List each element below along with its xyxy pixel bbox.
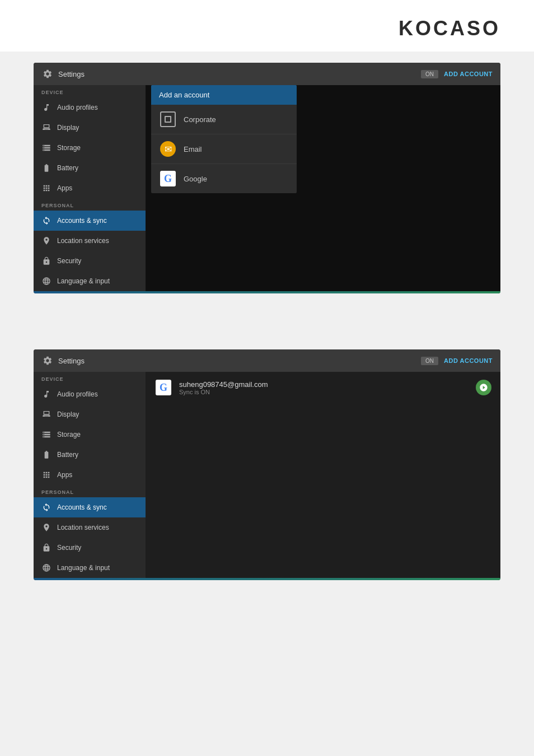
battery-label-1: Battery bbox=[57, 164, 78, 172]
header-right-2: ON ADD ACCOUNT bbox=[421, 357, 493, 365]
audio-profiles-label-2: Audio profiles bbox=[57, 390, 98, 398]
settings-panel-1: Settings ON ADD ACCOUNT DEVICE Audio pro… bbox=[34, 63, 500, 293]
personal-section-label-1: PERSONAL bbox=[34, 198, 146, 211]
language-input-icon-1 bbox=[41, 276, 51, 286]
sidebar-item-accounts-sync-2[interactable]: Accounts & sync bbox=[34, 497, 146, 517]
sidebar-item-language-input-1[interactable]: Language & input bbox=[34, 271, 146, 291]
sidebar-item-storage-1[interactable]: Storage bbox=[34, 138, 146, 158]
header-right: ON ADD ACCOUNT bbox=[421, 70, 493, 78]
settings-content-2: G suheng098745@gmail.com Sync is ON bbox=[146, 372, 500, 578]
display-icon-1 bbox=[41, 123, 51, 133]
apps-icon-1 bbox=[41, 183, 51, 193]
sidebar-item-apps-1[interactable]: Apps bbox=[34, 178, 146, 198]
sidebar-item-display-2[interactable]: Display bbox=[34, 404, 146, 424]
panels-wrapper: Settings ON ADD ACCOUNT DEVICE Audio pro… bbox=[34, 63, 500, 603]
settings-header-1: Settings ON ADD ACCOUNT bbox=[34, 63, 500, 85]
on-badge-2: ON bbox=[421, 357, 438, 365]
settings-sidebar-2: DEVICE Audio profiles Display bbox=[34, 372, 146, 578]
dropdown-item-google[interactable]: G Google bbox=[151, 164, 297, 193]
display-icon-2 bbox=[41, 409, 51, 419]
storage-icon-1 bbox=[41, 143, 51, 153]
settings-icon-2 bbox=[41, 354, 54, 367]
sidebar-item-display-1[interactable]: Display bbox=[34, 118, 146, 138]
google-label: Google bbox=[184, 175, 207, 183]
storage-label-1: Storage bbox=[57, 144, 81, 152]
location-services-label-2: Location services bbox=[57, 524, 109, 531]
language-input-label-2: Language & input bbox=[57, 564, 110, 572]
security-icon-1 bbox=[41, 256, 51, 266]
dropdown-item-corporate[interactable]: Corporate bbox=[151, 105, 297, 134]
location-services-label-1: Location services bbox=[57, 237, 109, 245]
audio-profiles-label-1: Audio profiles bbox=[57, 104, 98, 111]
settings-header-2: Settings ON ADD ACCOUNT bbox=[34, 349, 500, 372]
google-account-icon: G bbox=[154, 379, 172, 396]
sidebar-item-battery-1[interactable]: Battery bbox=[34, 158, 146, 178]
security-icon-2 bbox=[41, 543, 51, 553]
security-label-2: Security bbox=[57, 544, 81, 552]
personal-section-label-2: PERSONAL bbox=[34, 485, 146, 497]
google-account-email: suheng098745@gmail.com bbox=[179, 380, 469, 389]
google-account-row[interactable]: G suheng098745@gmail.com Sync is ON bbox=[146, 372, 500, 403]
security-label-1: Security bbox=[57, 257, 81, 265]
display-label-2: Display bbox=[57, 410, 79, 418]
google-sync-status-icon[interactable] bbox=[476, 380, 491, 395]
header-left-2: Settings bbox=[41, 354, 85, 367]
google-account-sync-status: Sync is ON bbox=[179, 389, 469, 395]
google-account-info: suheng098745@gmail.com Sync is ON bbox=[179, 380, 469, 395]
bottom-bar-1 bbox=[34, 291, 500, 293]
sidebar-item-location-services-2[interactable]: Location services bbox=[34, 517, 146, 538]
sidebar-item-language-input-2[interactable]: Language & input bbox=[34, 558, 146, 578]
header-left: Settings bbox=[41, 68, 85, 80]
language-input-icon-2 bbox=[41, 563, 51, 573]
sidebar-item-location-services-1[interactable]: Location services bbox=[34, 231, 146, 251]
display-label-1: Display bbox=[57, 124, 79, 132]
corporate-label: Corporate bbox=[184, 115, 216, 124]
accounts-sync-icon-2 bbox=[41, 502, 51, 512]
sidebar-item-battery-2[interactable]: Battery bbox=[34, 445, 146, 465]
sidebar-item-audio-profiles-2[interactable]: Audio profiles bbox=[34, 384, 146, 404]
bottom-bar-2 bbox=[34, 578, 500, 580]
accounts-sync-label-1: Accounts & sync bbox=[57, 217, 107, 225]
dropdown-item-email[interactable]: ✉ Email bbox=[151, 134, 297, 164]
email-label: Email bbox=[184, 145, 202, 153]
sidebar-item-accounts-sync-1[interactable]: Accounts & sync bbox=[34, 211, 146, 231]
add-account-dropdown: Add an account Corporate ✉ Email bbox=[151, 85, 297, 193]
apps-label-1: Apps bbox=[57, 184, 72, 192]
battery-icon-2 bbox=[41, 450, 51, 460]
apps-label-2: Apps bbox=[57, 471, 72, 479]
accounts-sync-label-2: Accounts & sync bbox=[57, 503, 107, 511]
location-services-icon-1 bbox=[41, 236, 51, 246]
google-icon: G bbox=[159, 170, 177, 188]
battery-icon-1 bbox=[41, 163, 51, 173]
settings-content-1: Add an account Corporate ✉ Email bbox=[146, 85, 500, 291]
settings-body-1: DEVICE Audio profiles Display bbox=[34, 85, 500, 291]
dropdown-header: Add an account bbox=[151, 85, 297, 105]
brand-logo: KOCASO bbox=[399, 17, 500, 40]
audio-profiles-icon-2 bbox=[41, 389, 51, 399]
settings-panel-2: Settings ON ADD ACCOUNT DEVICE Audio pro… bbox=[34, 349, 500, 580]
device-section-label-2: DEVICE bbox=[34, 372, 146, 384]
sidebar-item-storage-2[interactable]: Storage bbox=[34, 424, 146, 445]
add-account-button-1[interactable]: ADD ACCOUNT bbox=[444, 71, 493, 77]
language-input-label-1: Language & input bbox=[57, 277, 110, 285]
sidebar-item-apps-2[interactable]: Apps bbox=[34, 465, 146, 485]
settings-title-2: Settings bbox=[58, 357, 85, 365]
settings-sidebar-1: DEVICE Audio profiles Display bbox=[34, 85, 146, 291]
settings-body-2: DEVICE Audio profiles Display bbox=[34, 372, 500, 578]
page-content: Settings ON ADD ACCOUNT DEVICE Audio pro… bbox=[0, 52, 534, 625]
corporate-icon bbox=[159, 110, 177, 128]
sidebar-item-audio-profiles-1[interactable]: Audio profiles bbox=[34, 97, 146, 118]
location-services-icon-2 bbox=[41, 522, 51, 533]
add-account-button-2[interactable]: ADD ACCOUNT bbox=[444, 357, 493, 364]
email-icon: ✉ bbox=[159, 140, 177, 158]
device-section-label-1: DEVICE bbox=[34, 85, 146, 97]
storage-icon-2 bbox=[41, 430, 51, 440]
storage-label-2: Storage bbox=[57, 431, 81, 438]
on-badge-1: ON bbox=[421, 70, 438, 78]
sidebar-item-security-2[interactable]: Security bbox=[34, 538, 146, 558]
accounts-sync-icon-1 bbox=[41, 216, 51, 226]
audio-profiles-icon bbox=[41, 102, 51, 113]
settings-title-1: Settings bbox=[58, 70, 85, 78]
settings-icon bbox=[41, 68, 54, 80]
sidebar-item-security-1[interactable]: Security bbox=[34, 251, 146, 271]
